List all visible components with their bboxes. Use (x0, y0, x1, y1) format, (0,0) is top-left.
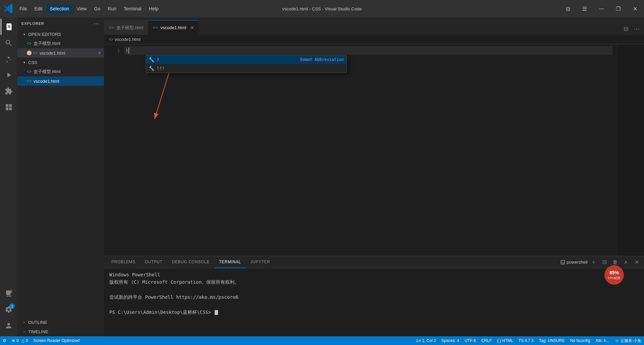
explorer-title: EXPLORER (21, 21, 44, 25)
panel-tab-output[interactable]: OUTPUT (140, 256, 167, 268)
activity-search[interactable] (1, 35, 17, 51)
activity-source-control[interactable] (1, 51, 17, 67)
tabs-actions: ⊟ ⋯ (619, 24, 644, 33)
sidebar-new-file-button[interactable]: ⋯ (93, 20, 100, 27)
panel: PROBLEMS OUTPUT DEBUG CONSOLE TERMINAL J… (104, 256, 644, 336)
text-cursor (128, 48, 129, 54)
split-icon[interactable]: ☰ (577, 3, 592, 15)
activity-run[interactable] (1, 67, 17, 83)
css-file-vscode1[interactable]: <> vscode1.html (17, 76, 104, 86)
new-terminal-button[interactable]: + (589, 258, 598, 267)
close-tab-icon[interactable]: ✕ (98, 51, 101, 55)
menu-selection[interactable]: Selection (47, 5, 73, 13)
status-tsconfig[interactable]: No tsconfig (568, 336, 593, 345)
editor[interactable]: 1 ! 🔧 ! Emmet Abbreviation (104, 44, 644, 256)
status-language[interactable]: { } HTML (494, 336, 516, 345)
menu-view[interactable]: View (73, 5, 90, 13)
terminal-line-5 (109, 301, 639, 308)
menu-terminal[interactable]: Terminal (120, 5, 145, 13)
terminal-cursor (215, 310, 218, 315)
activity-settings[interactable] (1, 301, 17, 318)
menu-go[interactable]: Go (91, 5, 104, 13)
panel-close-button[interactable]: ✕ (632, 258, 641, 267)
svg-rect-2 (6, 108, 8, 110)
tabs-bar: <> 盒子模型.html <> vscode1.html ✕ ⊟ ⋯ (104, 17, 644, 35)
status-ts-version[interactable]: TS 4.7.3 (516, 336, 536, 345)
css-folder-header[interactable]: ▾ CSS (17, 58, 104, 67)
css-file-盒子模型[interactable]: <> 盒子模型.html (17, 67, 104, 76)
statusbar-left: ⚙ ⊗ 0 △ 0 Screen Reader Optimized (0, 336, 82, 345)
open-editor-file-盒子模型[interactable]: <> 盒子模型.html (17, 39, 104, 48)
timeline-header[interactable]: › TIMELINE (17, 327, 104, 336)
open-editors-header[interactable]: ▾ OPEN EDITORS (17, 29, 104, 39)
split-editor-button[interactable]: ⊟ (621, 24, 631, 33)
open-editors-label: OPEN EDITORS (28, 32, 61, 37)
status-encoding[interactable]: UTF-8 (462, 336, 479, 345)
status-account[interactable]: ☺ 云服务·小兔 (612, 336, 644, 345)
editor-content[interactable]: ! 🔧 ! Emmet Abbreviation 🔧 !!! (124, 44, 612, 256)
svg-line-5 (155, 70, 170, 119)
css-folder-section: ▾ CSS <> 盒子模型.html <> vscode1.html (17, 58, 104, 86)
terminal-line-3 (109, 286, 639, 293)
autocomplete-type-1: Emmet Abbreviation (300, 55, 344, 64)
menu-help[interactable]: Help (146, 5, 162, 13)
terminal-prompt-line: PS C:\Users\Admin\Desktop\蓝桥杯\CSS> (109, 308, 639, 316)
panel-chevron-up[interactable]: ∧ (621, 258, 631, 267)
terminal-shell-name: powershell (567, 260, 588, 265)
terminal-prompt: PS C:\Users\Admin\Desktop\蓝桥杯\CSS> (109, 309, 214, 315)
autocomplete-item-1[interactable]: 🔧 ! Emmet Abbreviation (146, 55, 346, 64)
tab-vscode1[interactable]: <> vscode1.html ✕ (148, 20, 199, 35)
more-actions-button[interactable]: ⋯ (632, 24, 641, 33)
editor-scrollbar[interactable] (612, 44, 617, 256)
panel-tabs: PROBLEMS OUTPUT DEBUG CONSOLE TERMINAL J… (104, 256, 644, 268)
maximize-button[interactable]: ❐ (610, 3, 626, 15)
panel-tab-debug[interactable]: DEBUG CONSOLE (167, 256, 214, 268)
outline-arrow-icon: › (21, 320, 27, 325)
status-errors[interactable]: ⊗ 0 △ 0 (9, 336, 31, 345)
autocomplete-icon-2: 🔧 (149, 64, 154, 73)
activity-account[interactable] (1, 318, 17, 334)
open-editors-section: ▾ OPEN EDITORS <> 盒子模型.html <> vscode1.h… (17, 29, 104, 58)
terminal-content[interactable]: Windows PowerShell 版权所有 (C) Microsoft Co… (104, 268, 644, 336)
menu-edit[interactable]: Edit (31, 5, 46, 13)
titlebar: File Edit Selection View Go Run Terminal… (0, 0, 644, 17)
remote-icon: ⚙ (3, 338, 6, 343)
breadcrumb-file-name: vscode1.html (115, 37, 141, 42)
outline-section: › OUTLINE (17, 318, 104, 327)
status-eol[interactable]: CRLF (479, 336, 494, 345)
panel-tab-jupyter[interactable]: JUPYTER (246, 256, 275, 268)
activity-terminal[interactable] (1, 285, 17, 301)
minimize-button[interactable]: — (594, 3, 609, 15)
status-attr[interactable]: Attr: k... (593, 336, 612, 345)
autocomplete-popup[interactable]: 🔧 ! Emmet Abbreviation 🔧 !!! (146, 55, 347, 73)
status-screen-reader[interactable]: Screen Reader Optimized (31, 336, 82, 345)
panel-tab-terminal[interactable]: TERMINAL (214, 256, 246, 268)
outline-header[interactable]: › OUTLINE (17, 318, 104, 327)
status-remote-button[interactable]: ⚙ (0, 336, 9, 345)
status-line-col[interactable]: Ln 1, Col 2 (414, 336, 439, 345)
line-number-1: 1 (104, 46, 120, 55)
cpu-value: 85% (609, 270, 619, 275)
terminal-split-button[interactable]: ⊟ (600, 258, 609, 267)
breadcrumb-file-icon: <> vscode1.html (109, 37, 141, 42)
panel-actions: powershell + ⊟ 🗑 ∧ ✕ (560, 258, 641, 267)
layout-icon[interactable]: ⊟ (560, 3, 576, 15)
menu-file[interactable]: File (16, 5, 31, 13)
tab-盒子模型[interactable]: <> 盒子模型.html (104, 20, 148, 35)
menu-bar: File Edit Selection View Go Run Terminal… (16, 5, 162, 13)
open-editor-file-vscode1[interactable]: <> vscode1.html ✕ (17, 48, 104, 58)
activity-explorer[interactable] (1, 19, 17, 35)
status-spaces[interactable]: Spaces: 4 (439, 336, 462, 345)
outline-label: OUTLINE (28, 320, 47, 325)
tab-close-button[interactable]: ✕ (190, 25, 194, 30)
html-file-icon: <> (27, 41, 32, 46)
status-tag[interactable]: Tag: UNSURE (536, 336, 568, 345)
menu-run[interactable]: Run (104, 5, 120, 13)
panel-tab-problems[interactable]: PROBLEMS (107, 256, 140, 268)
autocomplete-item-2[interactable]: 🔧 !!! (146, 64, 346, 73)
arrow-annotation (147, 64, 248, 131)
css-folder-label: CSS (28, 60, 37, 65)
close-button[interactable]: ✕ (627, 3, 643, 15)
activity-extensions[interactable] (1, 83, 17, 99)
activity-remote[interactable] (1, 99, 17, 115)
